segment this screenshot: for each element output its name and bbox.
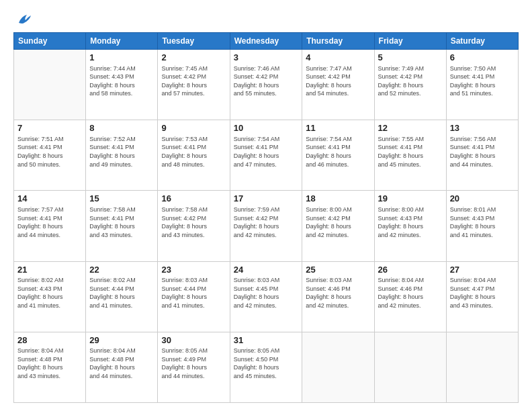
day-info: Sunrise: 8:04 AMSunset: 4:47 PMDaylight:… xyxy=(450,276,515,310)
calendar-week-4: 21Sunrise: 8:02 AMSunset: 4:43 PMDayligh… xyxy=(14,261,519,332)
day-info: Sunrise: 7:57 AMSunset: 4:41 PMDaylight:… xyxy=(17,205,82,239)
day-number: 15 xyxy=(89,193,154,205)
calendar-cell xyxy=(374,332,446,402)
weekday-header-sunday: Sunday xyxy=(14,33,86,50)
calendar-cell: 30Sunrise: 8:05 AMSunset: 4:49 PMDayligh… xyxy=(158,332,230,402)
day-number: 18 xyxy=(306,193,370,205)
day-number: 13 xyxy=(450,122,515,134)
day-number: 20 xyxy=(450,193,515,205)
calendar-cell: 19Sunrise: 8:00 AMSunset: 4:43 PMDayligh… xyxy=(374,191,446,261)
day-info: Sunrise: 7:50 AMSunset: 4:41 PMDaylight:… xyxy=(450,64,515,98)
calendar-cell: 10Sunrise: 7:54 AMSunset: 4:41 PMDayligh… xyxy=(230,120,302,191)
weekday-header-friday: Friday xyxy=(374,33,446,50)
day-info: Sunrise: 8:04 AMSunset: 4:48 PMDaylight:… xyxy=(89,347,154,380)
calendar-cell: 7Sunrise: 7:51 AMSunset: 4:41 PMDaylight… xyxy=(14,120,86,191)
calendar-cell: 29Sunrise: 8:04 AMSunset: 4:48 PMDayligh… xyxy=(86,332,158,402)
weekday-header-wednesday: Wednesday xyxy=(230,33,302,50)
calendar-cell: 18Sunrise: 8:00 AMSunset: 4:42 PMDayligh… xyxy=(302,191,374,261)
calendar-cell: 21Sunrise: 8:02 AMSunset: 4:43 PMDayligh… xyxy=(14,261,86,332)
calendar-table: SundayMondayTuesdayWednesdayThursdayFrid… xyxy=(13,32,519,403)
calendar-cell: 6Sunrise: 7:50 AMSunset: 4:41 PMDaylight… xyxy=(446,50,518,120)
calendar-cell: 15Sunrise: 7:58 AMSunset: 4:41 PMDayligh… xyxy=(86,191,158,261)
day-number: 17 xyxy=(234,193,299,205)
day-number: 19 xyxy=(378,193,443,205)
calendar-cell: 9Sunrise: 7:53 AMSunset: 4:41 PMDaylight… xyxy=(158,120,230,191)
day-number: 4 xyxy=(306,52,370,64)
calendar-cell: 31Sunrise: 8:05 AMSunset: 4:50 PMDayligh… xyxy=(230,332,302,402)
day-info: Sunrise: 7:52 AMSunset: 4:41 PMDaylight:… xyxy=(89,135,154,169)
calendar-cell: 3Sunrise: 7:46 AMSunset: 4:42 PMDaylight… xyxy=(230,50,302,120)
day-number: 7 xyxy=(17,122,82,134)
calendar-cell: 22Sunrise: 8:02 AMSunset: 4:44 PMDayligh… xyxy=(86,261,158,332)
calendar-cell: 25Sunrise: 8:03 AMSunset: 4:46 PMDayligh… xyxy=(302,261,374,332)
day-number: 21 xyxy=(17,264,82,276)
weekday-header-thursday: Thursday xyxy=(302,33,374,50)
day-number: 25 xyxy=(306,264,370,276)
calendar-cell: 20Sunrise: 8:01 AMSunset: 4:43 PMDayligh… xyxy=(446,191,518,261)
day-info: Sunrise: 8:04 AMSunset: 4:48 PMDaylight:… xyxy=(17,347,82,380)
day-number: 28 xyxy=(17,334,82,347)
day-info: Sunrise: 8:03 AMSunset: 4:44 PMDaylight:… xyxy=(161,276,226,310)
calendar-week-2: 7Sunrise: 7:51 AMSunset: 4:41 PMDaylight… xyxy=(14,120,519,191)
day-info: Sunrise: 8:04 AMSunset: 4:46 PMDaylight:… xyxy=(378,276,443,310)
day-number: 22 xyxy=(89,264,154,276)
calendar-cell: 13Sunrise: 7:56 AMSunset: 4:41 PMDayligh… xyxy=(446,120,518,191)
day-number: 1 xyxy=(89,52,154,64)
day-number: 24 xyxy=(234,264,299,276)
day-number: 29 xyxy=(89,334,154,347)
day-number: 16 xyxy=(161,193,226,205)
day-info: Sunrise: 8:02 AMSunset: 4:43 PMDaylight:… xyxy=(17,276,82,310)
day-number: 30 xyxy=(161,334,226,347)
day-info: Sunrise: 7:45 AMSunset: 4:42 PMDaylight:… xyxy=(161,64,226,98)
calendar-cell: 24Sunrise: 8:03 AMSunset: 4:45 PMDayligh… xyxy=(230,261,302,332)
calendar-cell: 4Sunrise: 7:47 AMSunset: 4:42 PMDaylight… xyxy=(302,50,374,120)
calendar-cell: 23Sunrise: 8:03 AMSunset: 4:44 PMDayligh… xyxy=(158,261,230,332)
day-number: 14 xyxy=(17,193,82,205)
logo xyxy=(13,12,32,26)
calendar-cell: 17Sunrise: 7:59 AMSunset: 4:42 PMDayligh… xyxy=(230,191,302,261)
day-info: Sunrise: 7:47 AMSunset: 4:42 PMDaylight:… xyxy=(306,64,370,98)
calendar-cell: 1Sunrise: 7:44 AMSunset: 4:43 PMDaylight… xyxy=(86,50,158,120)
day-info: Sunrise: 7:58 AMSunset: 4:42 PMDaylight:… xyxy=(161,205,226,239)
header xyxy=(13,12,519,26)
day-number: 12 xyxy=(378,122,443,134)
day-info: Sunrise: 7:58 AMSunset: 4:41 PMDaylight:… xyxy=(89,205,154,239)
day-info: Sunrise: 7:44 AMSunset: 4:43 PMDaylight:… xyxy=(89,64,154,98)
calendar-cell: 28Sunrise: 8:04 AMSunset: 4:48 PMDayligh… xyxy=(14,332,86,402)
calendar-week-5: 28Sunrise: 8:04 AMSunset: 4:48 PMDayligh… xyxy=(14,332,519,402)
day-number: 9 xyxy=(161,122,226,134)
day-info: Sunrise: 8:01 AMSunset: 4:43 PMDaylight:… xyxy=(450,205,515,239)
calendar-week-1: 1Sunrise: 7:44 AMSunset: 4:43 PMDaylight… xyxy=(14,50,519,120)
calendar-cell xyxy=(446,332,518,402)
day-info: Sunrise: 7:55 AMSunset: 4:41 PMDaylight:… xyxy=(378,135,443,169)
day-number: 11 xyxy=(306,122,370,134)
day-info: Sunrise: 8:05 AMSunset: 4:49 PMDaylight:… xyxy=(161,347,226,380)
day-number: 26 xyxy=(378,264,443,276)
calendar-cell: 2Sunrise: 7:45 AMSunset: 4:42 PMDaylight… xyxy=(158,50,230,120)
calendar-cell: 27Sunrise: 8:04 AMSunset: 4:47 PMDayligh… xyxy=(446,261,518,332)
day-number: 3 xyxy=(234,52,299,64)
day-number: 8 xyxy=(89,122,154,134)
calendar-cell: 12Sunrise: 7:55 AMSunset: 4:41 PMDayligh… xyxy=(374,120,446,191)
day-info: Sunrise: 7:51 AMSunset: 4:41 PMDaylight:… xyxy=(17,135,82,169)
day-info: Sunrise: 7:54 AMSunset: 4:41 PMDaylight:… xyxy=(306,135,370,169)
calendar-cell: 26Sunrise: 8:04 AMSunset: 4:46 PMDayligh… xyxy=(374,261,446,332)
day-number: 2 xyxy=(161,52,226,64)
day-info: Sunrise: 8:05 AMSunset: 4:50 PMDaylight:… xyxy=(234,347,299,380)
day-info: Sunrise: 7:59 AMSunset: 4:42 PMDaylight:… xyxy=(234,205,299,239)
calendar-cell: 8Sunrise: 7:52 AMSunset: 4:41 PMDaylight… xyxy=(86,120,158,191)
day-number: 5 xyxy=(378,52,443,64)
day-info: Sunrise: 7:53 AMSunset: 4:41 PMDaylight:… xyxy=(161,135,226,169)
day-info: Sunrise: 8:00 AMSunset: 4:42 PMDaylight:… xyxy=(306,205,370,239)
calendar-cell: 5Sunrise: 7:49 AMSunset: 4:42 PMDaylight… xyxy=(374,50,446,120)
logo-bird-icon xyxy=(17,13,32,26)
calendar-cell: 14Sunrise: 7:57 AMSunset: 4:41 PMDayligh… xyxy=(14,191,86,261)
day-info: Sunrise: 8:02 AMSunset: 4:44 PMDaylight:… xyxy=(89,276,154,310)
page: SundayMondayTuesdayWednesdayThursdayFrid… xyxy=(0,0,532,411)
weekday-header-row: SundayMondayTuesdayWednesdayThursdayFrid… xyxy=(14,33,519,50)
day-info: Sunrise: 8:00 AMSunset: 4:43 PMDaylight:… xyxy=(378,205,443,239)
day-info: Sunrise: 7:49 AMSunset: 4:42 PMDaylight:… xyxy=(378,64,443,98)
day-info: Sunrise: 7:56 AMSunset: 4:41 PMDaylight:… xyxy=(450,135,515,169)
day-info: Sunrise: 8:03 AMSunset: 4:46 PMDaylight:… xyxy=(306,276,370,310)
day-info: Sunrise: 7:46 AMSunset: 4:42 PMDaylight:… xyxy=(234,64,299,98)
